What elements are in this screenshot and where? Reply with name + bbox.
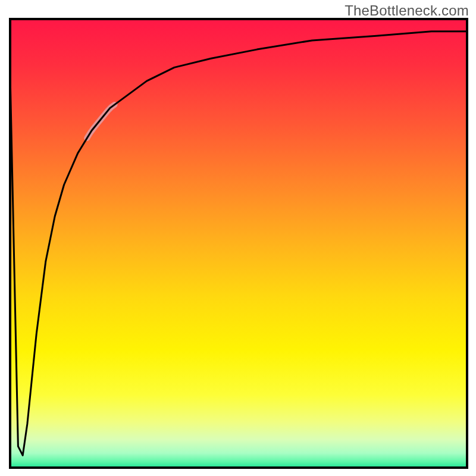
chart-container: TheBottleneck.com bbox=[0, 0, 476, 476]
plot-background bbox=[9, 18, 468, 469]
watermark-text: TheBottleneck.com bbox=[345, 2, 469, 19]
plot-area bbox=[9, 18, 468, 469]
